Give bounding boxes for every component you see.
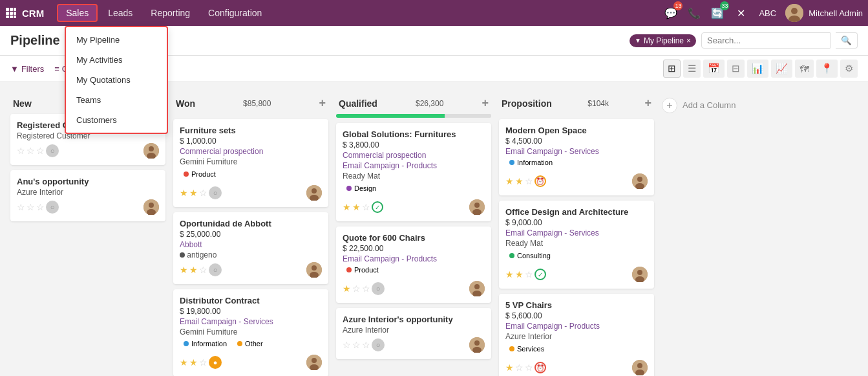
card-sub2[interactable]: Email Campaign - Products <box>343 161 485 170</box>
card-sub1[interactable]: Email Campaign - Products <box>343 254 485 263</box>
star-3[interactable]: ☆ <box>362 340 370 350</box>
star-1[interactable]: ☆ <box>17 146 25 156</box>
calendar-view-button[interactable]: 📅 <box>703 60 725 78</box>
activity-indicator: ✓ <box>372 201 383 213</box>
card-company: Azure Interior <box>343 326 485 335</box>
column-add-qualified[interactable]: + <box>482 96 489 110</box>
abc-button[interactable]: ABC <box>755 7 780 19</box>
star-2[interactable]: ☆ <box>352 340 361 350</box>
column-add-proposition[interactable]: + <box>644 96 651 110</box>
map-view-button[interactable]: 🗺 <box>795 60 814 78</box>
star-3[interactable]: ☆ <box>36 202 45 212</box>
nav-item-leads[interactable]: Leads <box>100 5 140 21</box>
card-5vp-chairs[interactable]: 5 VP Chairs $ 5,600.00 Email Campaign - … <box>499 294 654 376</box>
star-2[interactable]: ☆ <box>26 146 35 156</box>
star-3[interactable]: ☆ <box>36 146 45 156</box>
star-3[interactable]: ☆ <box>525 269 533 280</box>
close-button[interactable]: ✕ <box>732 4 750 22</box>
star-3[interactable]: ☆ <box>525 362 533 373</box>
dropdown-item-teams[interactable]: Teams <box>66 90 167 110</box>
settings-view-button[interactable]: ⚙ <box>840 60 858 78</box>
card-anu-opportunity[interactable]: Anu's opportunity Azure Interior ☆ ☆ ☆ ○ <box>10 170 165 221</box>
star-2[interactable]: ★ <box>189 188 198 198</box>
card-modern-open-space[interactable]: Modern Open Space $ 4,500.00 Email Campa… <box>499 119 654 195</box>
star-1[interactable]: ★ <box>505 269 514 280</box>
card-office-design[interactable]: Office Design and Architecture $ 9,000.0… <box>499 201 654 289</box>
search-input[interactable] <box>701 32 831 49</box>
star-rating: ★ ★ ☆ ✓ <box>505 269 546 280</box>
card-sub1[interactable]: Commercial prospection <box>343 151 485 160</box>
phone-button[interactable]: 📞 <box>685 4 703 22</box>
dropdown-item-my-activities[interactable]: My Activities <box>66 50 167 70</box>
filters-button[interactable]: ▼ Filters <box>10 64 44 74</box>
line-chart-view-button[interactable]: 📈 <box>771 60 792 78</box>
app-name: CRM <box>22 8 44 19</box>
star-1[interactable]: ☆ <box>17 202 25 212</box>
star-2[interactable]: ☆ <box>515 362 524 373</box>
star-3[interactable]: ☆ <box>199 188 207 198</box>
pin-view-button[interactable]: 📍 <box>816 60 838 78</box>
user-avatar[interactable] <box>785 4 803 22</box>
star-1[interactable]: ★ <box>343 202 351 212</box>
dropdown-item-my-quotations[interactable]: My Quotations <box>66 70 167 90</box>
search-button[interactable]: 🔍 <box>836 32 858 49</box>
add-column-label[interactable]: Add a Column <box>683 98 736 110</box>
card-sub1[interactable]: Email Campaign - Products <box>505 322 648 331</box>
activities-button[interactable]: 🔄 33 <box>708 4 726 22</box>
phone-icon: 📞 <box>688 7 701 19</box>
card-sub1[interactable]: Email Campaign - Services <box>505 228 648 238</box>
card-oportunidad-abbott[interactable]: Oportunidad de Abbott $ 25,000.00 Abbott… <box>173 212 328 284</box>
filter-tag-close[interactable]: × <box>686 36 691 45</box>
user-name[interactable]: Mitchell Admin <box>809 8 863 18</box>
star-1[interactable]: ★ <box>505 176 514 186</box>
card-sub1[interactable]: Commercial prospection <box>180 147 322 156</box>
star-2[interactable]: ★ <box>189 265 198 275</box>
star-2[interactable]: ★ <box>189 357 198 368</box>
star-3[interactable]: ☆ <box>362 283 370 294</box>
activity-indicator: ○ <box>46 144 59 157</box>
dropdown-item-customers[interactable]: Customers <box>66 110 167 130</box>
kanban-view-button[interactable]: ⊞ <box>663 60 681 78</box>
dropdown-item-my-pipeline[interactable]: My Pipeline <box>66 30 167 50</box>
star-1[interactable]: ☆ <box>343 340 351 350</box>
card-distributor-contract[interactable]: Distributor Contract $ 19,800.00 Email C… <box>173 289 328 376</box>
star-2[interactable]: ★ <box>352 202 361 212</box>
card-furniture-sets[interactable]: Furniture sets $ 1,000.00 Commercial pro… <box>173 119 328 207</box>
nav-item-reporting[interactable]: Reporting <box>143 5 198 21</box>
app-grid-icon[interactable] <box>5 7 17 19</box>
tag-dot <box>509 346 514 351</box>
add-column-button[interactable]: + <box>662 98 677 113</box>
svg-point-31 <box>474 284 480 289</box>
column-title-qualified: Qualified <box>339 98 377 109</box>
star-1[interactable]: ★ <box>180 357 188 368</box>
nav-item-configuration[interactable]: Configuration <box>200 5 270 21</box>
star-3[interactable]: ☆ <box>199 265 207 275</box>
star-2[interactable]: ☆ <box>26 202 35 212</box>
star-2[interactable]: ★ <box>515 176 524 186</box>
table-view-button[interactable]: ⊟ <box>727 60 745 78</box>
notifications-button[interactable]: 💬 13 <box>662 4 680 22</box>
nav-item-sales[interactable]: Sales <box>57 4 98 22</box>
star-3[interactable]: ☆ <box>199 357 207 368</box>
star-1[interactable]: ★ <box>343 283 351 294</box>
card-tag: Services <box>505 344 548 353</box>
star-rating: ★ ★ ☆ ⏰ <box>505 175 546 187</box>
svg-point-10 <box>791 8 798 14</box>
card-quote-600-chairs[interactable]: Quote for 600 Chairs $ 22,500.00 Email C… <box>336 227 491 303</box>
star-3[interactable]: ☆ <box>362 202 370 212</box>
star-3[interactable]: ☆ <box>525 176 533 186</box>
bar-chart-view-button[interactable]: 📊 <box>747 60 768 78</box>
svg-point-22 <box>312 265 317 271</box>
card-sub1[interactable]: Email Campaign - Services <box>505 147 648 156</box>
star-1[interactable]: ★ <box>180 265 188 275</box>
star-2[interactable]: ☆ <box>352 283 361 294</box>
card-azure-interior-opportunity[interactable]: Azure Interior's opportunity Azure Inter… <box>336 308 491 359</box>
card-sub1[interactable]: Abbott <box>180 240 322 249</box>
star-2[interactable]: ★ <box>515 269 524 280</box>
star-1[interactable]: ★ <box>505 362 514 373</box>
star-1[interactable]: ★ <box>180 188 188 198</box>
column-add-won[interactable]: + <box>319 96 326 110</box>
list-view-button[interactable]: ☰ <box>683 60 701 78</box>
card-sub1[interactable]: Email Campaign - Services <box>180 317 322 326</box>
card-global-solutions[interactable]: Global Solutions: Furnitures $ 3,800.00 … <box>336 123 491 221</box>
